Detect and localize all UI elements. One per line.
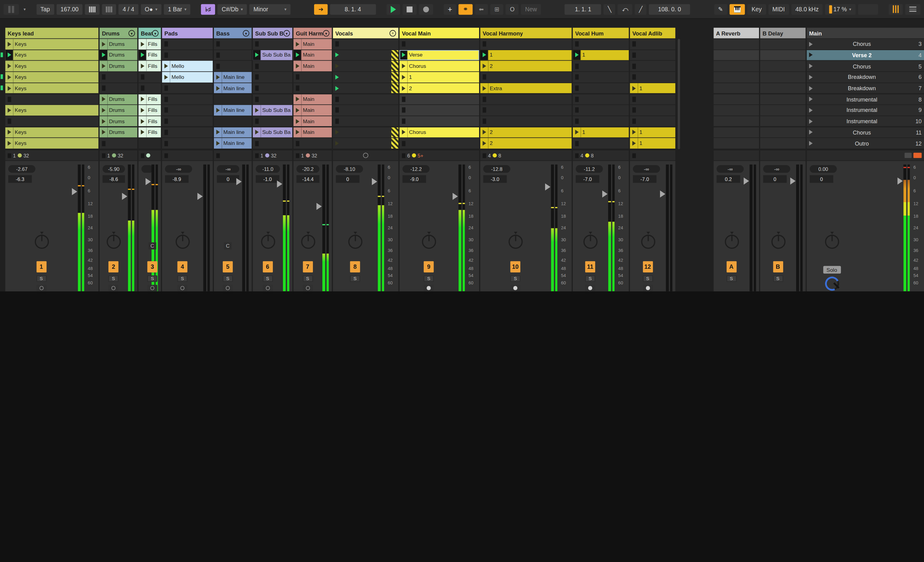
clip-slot[interactable] <box>333 50 399 60</box>
fader-handle[interactable] <box>316 203 322 210</box>
peak-level-display[interactable]: -12.8 <box>483 165 510 173</box>
clip-stop-button[interactable] <box>164 97 168 102</box>
track-dropdown-icon[interactable]: ▾ <box>243 30 249 36</box>
clip-slot[interactable]: Fills <box>138 94 161 105</box>
clip-stop-button[interactable] <box>164 108 168 113</box>
peak-level-display[interactable]: -12.2 <box>402 165 430 173</box>
solo-button[interactable]: S <box>350 275 360 282</box>
clip-slot[interactable]: Sub Sub Ba <box>253 50 292 60</box>
clip-launch-button[interactable] <box>100 105 107 116</box>
arm-button[interactable] <box>223 285 233 292</box>
clip-slot[interactable] <box>400 105 479 116</box>
pan-knob[interactable] <box>825 235 839 249</box>
clip-slot[interactable] <box>162 94 213 105</box>
peak-level-display[interactable]: -11.0 <box>256 165 280 173</box>
solo-button[interactable]: S <box>585 275 595 282</box>
peak-level-display[interactable]: -5.90 <box>103 165 125 173</box>
pan-knob[interactable] <box>106 235 121 249</box>
track-header[interactable]: Pads <box>162 28 213 39</box>
clip-launch-button[interactable] <box>138 61 146 71</box>
track-header[interactable]: Vocal Adlib <box>630 28 676 39</box>
scene-slot[interactable]: Verse 24 <box>807 50 924 60</box>
clip-slot[interactable] <box>573 116 629 126</box>
follow-button[interactable]: ➔ <box>314 4 327 15</box>
volume-field[interactable]: -7.0 <box>633 175 656 183</box>
clip-slot[interactable]: Main line <box>214 83 252 93</box>
clip-slot[interactable] <box>214 116 252 126</box>
clip-stop-button[interactable] <box>8 119 11 124</box>
volume-field[interactable]: 0 <box>336 175 359 183</box>
clip-slot[interactable] <box>214 50 252 60</box>
clip-slot[interactable] <box>162 83 213 93</box>
volume-field[interactable]: 0 <box>217 175 239 183</box>
clip-launch-button[interactable] <box>293 61 301 71</box>
clip-slot[interactable]: Keys <box>5 61 98 71</box>
clip-slot[interactable]: Fills <box>138 127 161 138</box>
clip-slot[interactable]: Fills <box>138 39 161 49</box>
solo-button[interactable]: S <box>773 275 783 282</box>
scene-slot[interactable]: Chorus5 <box>807 61 924 71</box>
clip-slot[interactable] <box>630 116 676 126</box>
fader-handle[interactable] <box>545 183 550 190</box>
clip-stop-button[interactable] <box>575 64 579 69</box>
clip-slot[interactable]: Main line <box>214 72 252 82</box>
clip-slot[interactable] <box>5 94 98 105</box>
clip-launch-button[interactable] <box>100 50 107 60</box>
track-header[interactable]: Vocals≡ <box>333 28 399 39</box>
clip-slot[interactable] <box>162 138 213 149</box>
back-to-arrangement-button[interactable]: ⬅ <box>475 4 488 15</box>
cue-volume-knob[interactable] <box>823 275 841 292</box>
arm-button[interactable] <box>108 285 118 292</box>
track-activator[interactable]: A <box>726 261 736 272</box>
clip-slot[interactable]: 1 <box>480 50 572 60</box>
arm-button[interactable] <box>177 285 188 292</box>
arm-button[interactable] <box>643 285 652 292</box>
clip-stop-button[interactable] <box>335 41 339 47</box>
nudge-down-button[interactable] <box>85 4 99 15</box>
clip-slot[interactable]: Main <box>293 39 332 49</box>
arm-button[interactable] <box>510 285 520 292</box>
clip-stop-button[interactable] <box>102 75 106 80</box>
clip-slot[interactable] <box>630 39 676 49</box>
track-activator[interactable]: 9 <box>424 261 434 272</box>
solo-button[interactable]: S <box>108 275 118 282</box>
clip-slot[interactable] <box>480 72 572 82</box>
clip-slot[interactable]: Keys <box>5 105 98 116</box>
clip-slot[interactable]: Mello <box>162 61 213 71</box>
clip-slot[interactable] <box>480 116 572 126</box>
track-header[interactable]: Vocal Main <box>400 28 479 39</box>
clip-slot[interactable]: Fills <box>138 105 161 116</box>
link-button[interactable]: ⚭ <box>459 4 472 15</box>
scene-launch-icon[interactable] <box>809 141 813 146</box>
scene-slot[interactable]: Chorus11 <box>807 127 924 138</box>
stop-all-scenes-icon[interactable] <box>913 153 921 158</box>
solo-button[interactable]: S <box>424 275 434 282</box>
peak-level-display[interactable]: -11.2 <box>576 165 603 173</box>
clip-stop-button[interactable] <box>632 41 636 47</box>
clip-stop-button[interactable] <box>255 75 259 80</box>
clip-stop-button[interactable] <box>402 97 405 102</box>
pan-knob[interactable] <box>641 235 655 249</box>
scene-launch-icon[interactable] <box>809 53 813 57</box>
volume-field[interactable]: -9.0 <box>402 175 426 183</box>
selection-box-icon[interactable]: ⊞ <box>490 4 504 15</box>
clip-stop-button[interactable] <box>632 119 636 124</box>
clip-slot[interactable]: 1 <box>400 72 479 82</box>
clip-stop-button[interactable] <box>296 141 300 146</box>
clip-launch-button[interactable] <box>138 94 146 105</box>
clip-slot[interactable] <box>573 61 629 71</box>
track-activator[interactable]: 11 <box>585 261 595 272</box>
scene-slot[interactable]: Instrumental8 <box>807 94 924 105</box>
clip-slot[interactable] <box>573 83 629 93</box>
clip-launch-button[interactable] <box>630 138 638 149</box>
clip-stop-button[interactable] <box>335 119 339 124</box>
clip-slot[interactable] <box>214 61 252 71</box>
track-header[interactable]: Keys lead <box>5 28 98 39</box>
clip-slot[interactable]: Main line <box>214 138 252 149</box>
scale-mode-button[interactable]: ♭♯ <box>201 4 215 15</box>
track-activator[interactable]: 5 <box>223 261 233 272</box>
clip-launch-button[interactable] <box>400 50 407 60</box>
clip-launch-button[interactable] <box>293 116 301 126</box>
clip-launch-button[interactable] <box>214 138 222 149</box>
clip-slot[interactable]: Chorus <box>400 127 479 138</box>
